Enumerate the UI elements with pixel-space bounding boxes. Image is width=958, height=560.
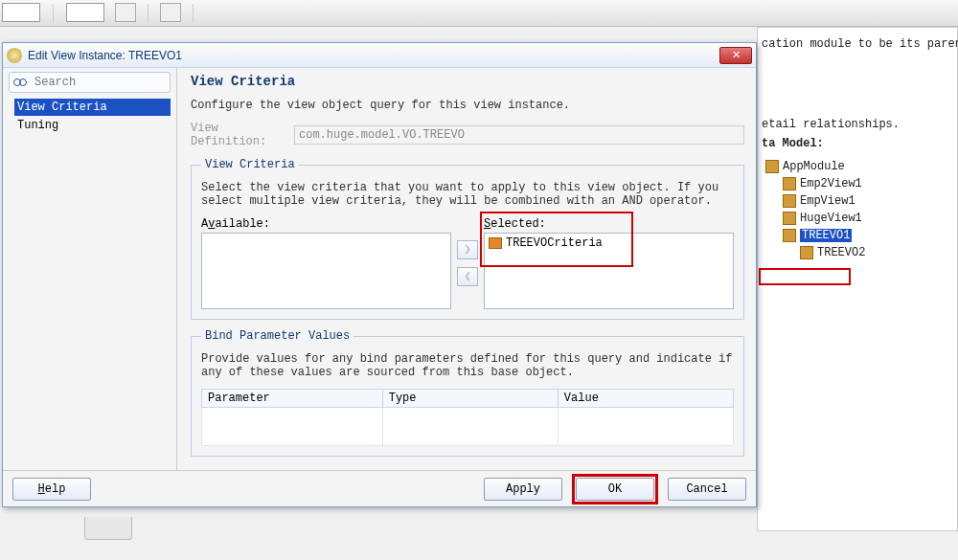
available-listbox[interactable] [201,233,451,309]
toolbar-dropdown[interactable] [2,3,40,22]
dialog-icon [7,48,22,63]
page-title: View Criteria [191,74,744,89]
view-criteria-legend: View Criteria [201,158,299,171]
edit-view-instance-dialog: Edit View Instance: TREEVO1 ✕ View Crite… [2,42,757,507]
toolbar-button[interactable] [160,3,181,22]
background-bottom-tab[interactable] [84,517,132,540]
ok-button[interactable]: OK [576,478,654,501]
nav-item-view-criteria[interactable]: View Criteria [14,99,171,116]
tree-node-empview1[interactable]: EmpView1 [762,192,953,210]
list-item-label: TREEVOCriteria [506,236,603,250]
view-icon [783,194,796,208]
view-icon [783,212,796,225]
tree-node-appmodule[interactable]: AppModule [762,158,953,175]
col-value[interactable]: Value [558,390,733,408]
module-icon [765,160,779,173]
page-description: Configure the view object query for this… [191,99,744,112]
tree-node-hugeview1[interactable]: HugeView1 [762,210,953,227]
background-toolbar [0,0,958,27]
cancel-button[interactable]: Cancel [668,478,746,501]
dialog-main: View Criteria Configure the view object … [177,68,756,470]
col-type[interactable]: Type [382,390,558,408]
tree-node-treevo2[interactable]: TREEVO2 [762,244,953,261]
view-criteria-fieldset: View Criteria Select the view criteria t… [191,158,744,320]
view-icon [800,246,813,259]
bind-params-fieldset: Bind Parameter Values Provide values for… [191,329,744,457]
selected-listbox[interactable]: TREEVOCriteria [484,233,734,309]
view-icon [783,177,796,190]
nav-item-tuning[interactable]: Tuning [14,117,171,134]
dialog-titlebar[interactable]: Edit View Instance: TREEVO1 ✕ [3,43,756,68]
toolbar-button[interactable] [115,3,136,22]
tree-node-treevo1[interactable]: TREEVO1 [762,227,953,244]
view-definition-label: View Definition: [191,122,294,148]
search-field[interactable] [9,72,171,93]
selected-label: Selected: [484,217,734,231]
bg-text: etail relationships. [762,118,953,131]
annotation-highlight-ok: OK [572,474,658,504]
search-icon [13,76,29,89]
data-model-label: ta Model: [762,137,953,150]
bind-params-table[interactable]: Parameter Type Value [201,389,734,446]
bg-text: cation module to be its parent in t [762,37,953,51]
criteria-icon [489,237,502,249]
view-icon [783,229,796,242]
background-data-model-panel: cation module to be its parent in t etai… [757,27,958,531]
bind-params-legend: Bind Parameter Values [201,329,354,343]
available-label: Available: [201,217,451,231]
dialog-nav: View Criteria Tuning [3,68,177,470]
dialog-footer: Help Apply OK Cancel [3,470,756,506]
close-button[interactable]: ✕ [719,47,752,64]
move-right-button[interactable]: ❯ [457,240,478,259]
col-parameter[interactable]: Parameter [202,390,383,408]
view-criteria-hint: Select the view criteria that you want t… [201,181,734,208]
apply-button[interactable]: Apply [484,478,562,501]
tree-node-emp2view1[interactable]: Emp2View1 [762,175,953,192]
bind-params-hint: Provide values for any bind parameters d… [201,352,734,379]
search-input[interactable] [33,75,148,90]
list-item[interactable]: TREEVOCriteria [487,235,731,251]
data-model-tree[interactable]: AppModule Emp2View1 EmpView1 HugeView1 T… [762,158,953,261]
help-button[interactable]: Help [12,478,91,501]
move-left-button[interactable]: ❮ [457,267,478,286]
table-row [202,408,734,446]
dialog-title: Edit View Instance: TREEVO1 [28,49,719,62]
view-definition-field [294,125,744,145]
toolbar-dropdown[interactable] [66,3,104,22]
